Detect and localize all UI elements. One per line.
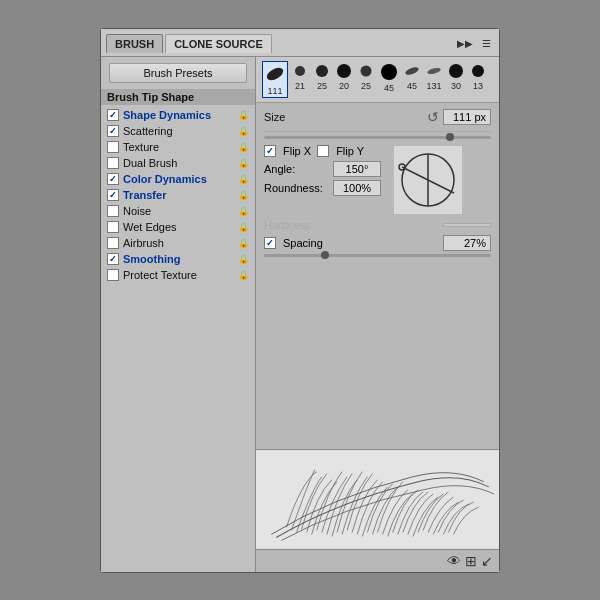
spacing-check-label: Spacing (264, 237, 443, 249)
expand-icon[interactable]: ▶▶ (454, 37, 476, 50)
size-value[interactable]: 111 px (443, 109, 491, 125)
tab-brush[interactable]: BRUSH (106, 34, 163, 53)
flip-y-item[interactable]: Flip Y (317, 145, 364, 157)
transfer-checkbox[interactable] (107, 189, 119, 201)
spacing-slider-thumb[interactable] (321, 251, 329, 259)
size-slider-thumb[interactable] (446, 133, 454, 141)
flip-x-checkbox[interactable] (264, 145, 276, 157)
corner-icon[interactable]: ↙ (481, 553, 493, 569)
smoothing-checkbox[interactable] (107, 253, 119, 265)
sidebar: Brush Presets Brush Tip Shape Shape Dyna… (101, 57, 256, 572)
svg-point-6 (404, 65, 419, 75)
svg-point-9 (472, 65, 484, 77)
color-dynamics-label: Color Dynamics (123, 173, 207, 185)
shape-dynamics-label: Shape Dynamics (123, 109, 211, 121)
spacing-slider[interactable] (264, 254, 491, 257)
tab-clone-source[interactable]: CLONE SOURCE (165, 34, 272, 53)
sidebar-item-transfer[interactable]: Transfer 🔒 (101, 187, 255, 203)
svg-point-0 (265, 65, 286, 83)
spacing-row: Spacing 27% (264, 235, 491, 251)
sidebar-item-scattering[interactable]: Scattering 🔒 (101, 123, 255, 139)
sidebar-item-protect-texture[interactable]: Protect Texture 🔒 (101, 267, 255, 283)
roundness-value[interactable]: 100% (333, 180, 381, 196)
shape-dynamics-checkbox[interactable] (107, 109, 119, 121)
sidebar-item-shape-dynamics[interactable]: Shape Dynamics 🔒 (101, 107, 255, 123)
transfer-label: Transfer (123, 189, 166, 201)
hardness-row: Hardness (264, 219, 491, 231)
airbrush-label: Airbrush (123, 237, 164, 249)
brush-tip-13[interactable]: 13 (468, 61, 488, 98)
size-label: Size (264, 111, 427, 123)
texture-label: Texture (123, 141, 159, 153)
wet-edges-label: Wet Edges (123, 221, 177, 233)
brush-panel: BRUSH CLONE SOURCE ▶▶ ☰ Brush Presets Br… (100, 28, 500, 573)
size-slider[interactable] (264, 136, 491, 139)
eye-icon[interactable]: 👁 (447, 553, 461, 569)
dual-brush-checkbox[interactable] (107, 157, 119, 169)
brush-angle-diagram (393, 145, 463, 215)
texture-checkbox[interactable] (107, 141, 119, 153)
smoothing-lock: 🔒 (238, 254, 249, 264)
brush-tip-21[interactable]: 21 (290, 61, 310, 98)
brush-properties: Size ↺ 111 px Flip X (256, 103, 499, 449)
svg-point-3 (337, 64, 351, 78)
flip-x-item[interactable]: Flip X (264, 145, 311, 157)
brush-tip-30[interactable]: 30 (446, 61, 466, 98)
spacing-checkbox[interactable] (264, 237, 276, 249)
dual-brush-lock: 🔒 (238, 158, 249, 168)
color-dynamics-checkbox[interactable] (107, 173, 119, 185)
size-row: Size ↺ 111 px (264, 109, 491, 132)
noise-label: Noise (123, 205, 151, 217)
brush-tip-20[interactable]: 20 (334, 61, 354, 98)
brush-tip-111[interactable]: 111 (262, 61, 288, 98)
sidebar-item-airbrush[interactable]: Airbrush 🔒 (101, 235, 255, 251)
brush-tip-131[interactable]: 131 (424, 61, 444, 98)
brush-tip-shape-header: Brush Tip Shape (101, 89, 255, 105)
sidebar-item-smoothing[interactable]: Smoothing 🔒 (101, 251, 255, 267)
grid-icon[interactable]: ⊞ (465, 553, 477, 569)
size-refresh-icon[interactable]: ↺ (427, 109, 439, 125)
shape-dynamics-lock: 🔒 (238, 110, 249, 120)
preview-svg (256, 450, 499, 549)
scattering-checkbox[interactable] (107, 125, 119, 137)
sidebar-item-color-dynamics[interactable]: Color Dynamics 🔒 (101, 171, 255, 187)
bottom-bar: 👁 ⊞ ↙ (256, 549, 499, 572)
brush-tip-45b[interactable]: 45 (402, 61, 422, 98)
flip-area: Flip X Flip Y Angle: 150° (264, 145, 381, 196)
hardness-value (443, 223, 491, 227)
tab-bar: BRUSH CLONE SOURCE ▶▶ ☰ (101, 29, 499, 57)
wet-edges-checkbox[interactable] (107, 221, 119, 233)
brush-tip-25b[interactable]: 25 (356, 61, 376, 98)
spacing-value[interactable]: 27% (443, 235, 491, 251)
sidebar-item-texture[interactable]: Texture 🔒 (101, 139, 255, 155)
sidebar-item-noise[interactable]: Noise 🔒 (101, 203, 255, 219)
brush-tip-45[interactable]: 45 (378, 61, 400, 98)
angle-row: Angle: 150° (264, 161, 381, 177)
svg-point-1 (295, 66, 305, 76)
noise-lock: 🔒 (238, 206, 249, 216)
sidebar-item-wet-edges[interactable]: Wet Edges 🔒 (101, 219, 255, 235)
tab-controls: ▶▶ ☰ (454, 37, 494, 50)
angle-value[interactable]: 150° (333, 161, 381, 177)
brush-preview (256, 449, 499, 549)
brush-tip-25[interactable]: 25 (312, 61, 332, 98)
panel-content: Brush Presets Brush Tip Shape Shape Dyna… (101, 57, 499, 572)
menu-icon[interactable]: ☰ (479, 37, 494, 50)
scattering-label: Scattering (123, 125, 173, 137)
flip-y-checkbox[interactable] (317, 145, 329, 157)
brush-tip-grid: 111 21 25 2 (256, 57, 499, 103)
protect-texture-checkbox[interactable] (107, 269, 119, 281)
flip-checks: Flip X Flip Y (264, 145, 381, 157)
airbrush-checkbox[interactable] (107, 237, 119, 249)
noise-checkbox[interactable] (107, 205, 119, 217)
brush-presets-button[interactable]: Brush Presets (109, 63, 247, 83)
svg-point-2 (316, 65, 328, 77)
flip-angle-row: Flip X Flip Y Angle: 150° (264, 145, 491, 215)
hardness-label: Hardness (264, 219, 443, 231)
roundness-row: Roundness: 100% (264, 180, 381, 196)
protect-texture-label: Protect Texture (123, 269, 197, 281)
svg-point-8 (449, 64, 463, 78)
right-panel: 111 21 25 2 (256, 57, 499, 572)
sidebar-item-dual-brush[interactable]: Dual Brush 🔒 (101, 155, 255, 171)
angle-label: Angle: (264, 163, 329, 175)
